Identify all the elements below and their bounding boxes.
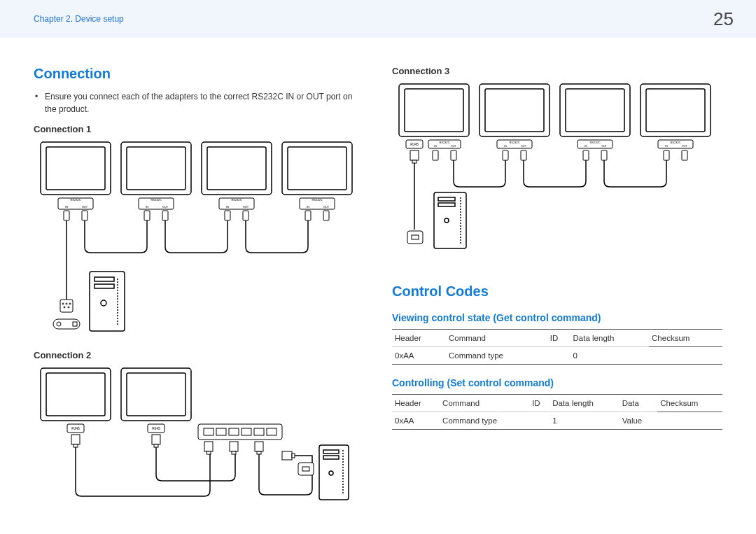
svg-rect-61 <box>229 428 239 435</box>
cell-id-val <box>529 412 550 430</box>
svg-point-121 <box>444 218 449 223</box>
svg-text:IN: IN <box>504 145 507 148</box>
heading-connection-3: Connection 3 <box>392 66 722 76</box>
svg-point-35 <box>69 303 71 304</box>
table-get-command: Header Command ID Data length Checksum 0… <box>392 329 722 365</box>
cell-id: ID <box>547 330 570 347</box>
svg-rect-7 <box>288 147 346 190</box>
svg-rect-71 <box>282 451 292 460</box>
svg-rect-49 <box>127 373 186 416</box>
svg-text:OUT: OUT <box>682 145 687 148</box>
svg-rect-81 <box>405 89 463 132</box>
svg-rect-60 <box>216 428 226 435</box>
svg-rect-83 <box>485 89 544 132</box>
cell-checksum-val <box>649 347 722 365</box>
cell-checksum-val <box>657 412 722 430</box>
section-connection: Connection <box>34 66 364 82</box>
svg-rect-54 <box>71 435 80 444</box>
cell-dlen-val: 1 <box>550 412 620 430</box>
svg-rect-62 <box>241 428 251 435</box>
heading-connection-2: Connection 2 <box>34 350 364 360</box>
svg-rect-47 <box>46 373 105 416</box>
svg-rect-106 <box>410 150 419 160</box>
svg-text:RS232C: RS232C <box>670 141 680 144</box>
svg-rect-68 <box>232 451 236 454</box>
svg-rect-76 <box>323 450 339 454</box>
cell-command-type: Command type <box>446 347 547 365</box>
cell-dlen-val: 0 <box>570 347 650 365</box>
svg-rect-28 <box>225 211 230 220</box>
svg-text:RS232C: RS232C <box>150 198 161 202</box>
svg-rect-43 <box>94 284 114 288</box>
diagram-connection-1: RS232C RS232C RS232C RS232C IN OUT IN OU… <box>34 139 364 342</box>
svg-text:OUT: OUT <box>323 205 330 209</box>
diagram-connection-2: RJ45 RJ45 <box>34 365 364 519</box>
svg-rect-108 <box>433 150 438 160</box>
cell-command: Command <box>446 330 547 347</box>
svg-text:OUT: OUT <box>451 145 456 148</box>
svg-rect-120 <box>438 203 455 206</box>
svg-text:IN: IN <box>146 205 148 209</box>
svg-text:OUT: OUT <box>162 205 169 209</box>
cell-id-val <box>547 347 570 365</box>
svg-point-44 <box>101 300 106 306</box>
svg-rect-3 <box>127 147 186 190</box>
cell-command-type: Command type <box>440 412 529 430</box>
svg-rect-30 <box>305 211 311 220</box>
svg-text:RS232C: RS232C <box>312 198 322 202</box>
svg-text:RS232C: RS232C <box>509 141 519 144</box>
svg-point-34 <box>66 303 67 304</box>
svg-rect-29 <box>243 211 248 220</box>
svg-text:IN: IN <box>665 145 668 148</box>
section-control-codes: Control Codes <box>392 283 722 300</box>
cell-id: ID <box>529 395 550 412</box>
subheading-get-command: Viewing control state (Get control comma… <box>392 312 722 323</box>
svg-rect-119 <box>438 197 455 201</box>
svg-rect-112 <box>583 150 589 160</box>
cell-checksum: Checksum <box>649 330 722 347</box>
right-column: Connection 3 <box>378 66 722 526</box>
svg-rect-57 <box>154 444 158 447</box>
cell-0xaa: 0xAA <box>392 347 446 365</box>
svg-rect-115 <box>682 150 687 160</box>
svg-text:RJ45: RJ45 <box>410 142 419 146</box>
svg-point-39 <box>57 322 61 326</box>
svg-rect-85 <box>566 89 624 132</box>
svg-text:OUT: OUT <box>243 205 249 209</box>
cell-command: Command <box>440 395 529 412</box>
svg-rect-67 <box>230 442 238 451</box>
svg-text:RJ45: RJ45 <box>71 426 80 430</box>
svg-rect-109 <box>451 150 456 160</box>
svg-rect-65 <box>204 442 213 451</box>
svg-rect-74 <box>302 467 309 471</box>
cell-checksum: Checksum <box>657 395 722 412</box>
svg-text:IN: IN <box>584 145 587 148</box>
svg-rect-42 <box>94 277 114 281</box>
page-number: 25 <box>713 8 734 30</box>
svg-rect-64 <box>267 428 276 435</box>
svg-rect-72 <box>292 454 295 458</box>
svg-rect-24 <box>64 211 69 220</box>
heading-connection-1: Connection 1 <box>34 124 364 134</box>
left-column: Connection Ensure you connect each of th… <box>34 66 378 526</box>
svg-rect-66 <box>206 451 211 454</box>
svg-point-78 <box>329 471 333 475</box>
cell-header: Header <box>392 330 446 347</box>
diagram-connection-3: RJ45 RS232C RS232C RS232C RS232C IN OUT … <box>392 80 722 276</box>
svg-text:RS232C: RS232C <box>439 141 449 144</box>
svg-rect-40 <box>73 322 77 326</box>
svg-rect-69 <box>255 442 263 451</box>
svg-text:RS232C: RS232C <box>589 141 600 144</box>
chapter-label: Chapter 2. Device setup <box>34 14 124 24</box>
svg-rect-110 <box>503 150 508 160</box>
svg-rect-56 <box>152 435 160 444</box>
svg-text:IN: IN <box>226 205 229 209</box>
cell-data-length: Data length <box>550 395 620 412</box>
connection-note: Ensure you connect each of the adapters … <box>34 90 364 115</box>
page-header: Chapter 2. Device setup 25 <box>0 0 756 38</box>
svg-rect-5 <box>207 147 266 190</box>
svg-point-37 <box>68 307 69 308</box>
svg-rect-107 <box>412 160 416 163</box>
svg-rect-27 <box>162 211 168 220</box>
svg-text:RS232C: RS232C <box>231 198 241 202</box>
